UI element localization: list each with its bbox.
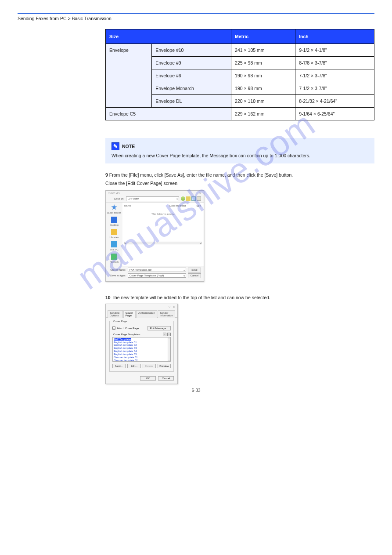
column-headers[interactable]: Name Date modified Type	[124, 203, 202, 208]
breadcrumb: Sending Faxes from PC > Basic Transmissi…	[18, 16, 374, 21]
save-as-dialog: Save As × Save in: CPFolder Quick access…	[105, 190, 204, 282]
network-label: Network	[110, 261, 119, 263]
page-number: 6-33	[191, 388, 200, 393]
savein-label: Save in:	[108, 197, 124, 200]
move-down-icon[interactable]: ↓	[167, 333, 171, 336]
row-label: Envelope Monarch	[152, 82, 231, 95]
cancel-button[interactable]: Cancel	[158, 376, 174, 381]
row-label: Envelope DL	[152, 95, 231, 108]
row-inch: 9-1/64 × 6-25/64"	[295, 108, 374, 120]
new-folder-icon[interactable]	[191, 196, 196, 201]
tab-authentication[interactable]: Authentication	[136, 310, 157, 318]
step-9-number: 9 From the [File] menu, click [Save As],…	[105, 172, 374, 178]
edit-button[interactable]: Edit...	[127, 364, 140, 368]
move-up-icon[interactable]: ↑	[163, 333, 166, 336]
step-9-text: From the [File] menu, click [Save As], e…	[109, 172, 293, 178]
ok-button[interactable]: OK	[140, 376, 156, 381]
desktop-label: Desktop	[110, 224, 119, 226]
size-table: Size Metric Inch Envelope Envelope #10 2…	[105, 29, 374, 120]
list-item[interactable]: English template 02	[114, 344, 137, 346]
group-envelope: Envelope	[106, 44, 152, 108]
row-metric: 225 × 98 mm	[231, 57, 295, 69]
attach-label: Attach Cover Page	[117, 327, 139, 330]
row-inch: 9-1/2 × 4-1/8"	[295, 44, 374, 57]
objectname-input[interactable]: FAX Templates.cpf	[128, 268, 186, 272]
close-icon[interactable]: ×	[199, 192, 201, 195]
row-label: Envelope #10	[152, 44, 231, 57]
libraries-label: Libraries	[109, 236, 119, 239]
list-item[interactable]: English template 04	[114, 350, 137, 352]
dialog-title: Save As	[108, 192, 120, 195]
empty-state: This folder is empty.	[124, 213, 202, 215]
delete-button[interactable]: Delete	[143, 364, 156, 368]
desktop-icon[interactable]	[111, 217, 117, 223]
row-inch: 7-1/2 × 3-7/8"	[295, 69, 374, 82]
row-label: Envelope #6	[152, 69, 231, 82]
preview-button[interactable]: Preview	[158, 364, 171, 368]
list-item[interactable]: German template 01	[114, 356, 138, 359]
note-icon: ✎	[111, 142, 119, 150]
templates-label: Cover Page Templates:	[113, 333, 140, 336]
step-10-text: The new template will be added to the to…	[111, 295, 270, 300]
this-pc-icon[interactable]	[111, 241, 117, 247]
row-metric: 220 × 110 mm	[231, 95, 295, 108]
col-type[interactable]: Type	[186, 204, 202, 207]
list-item[interactable]: German template 02	[114, 359, 138, 362]
row-inch: 7-1/2 × 3-7/8"	[295, 82, 374, 95]
note-box: ✎ NOTE When creating a new Cover Page te…	[105, 138, 374, 163]
close-icon[interactable]: ×	[173, 305, 175, 308]
row-metric: 229 × 162 mm	[231, 108, 295, 120]
quick-access-icon[interactable]	[111, 204, 117, 210]
saveastype-combo[interactable]: Cover Page Templates (*.cpf)	[128, 273, 186, 278]
tab-sending-options[interactable]: Sending Options	[108, 310, 123, 318]
coverpage-legend: Cover Page	[112, 320, 128, 323]
tab-sender-information[interactable]: Sender Information	[158, 310, 175, 318]
tab-cover-page[interactable]: Cover Page	[123, 310, 136, 318]
list-item[interactable]: English template 03	[114, 347, 137, 349]
new-button[interactable]: New...	[112, 364, 126, 368]
row-inch: 8-21/32 × 4-21/64"	[295, 95, 374, 108]
list-item[interactable]: English template 01	[114, 341, 137, 344]
step-9-text2: Close the [Edit Cover Page] screen.	[105, 180, 374, 187]
this-pc-label: This PC	[110, 248, 119, 251]
row-metric: 241 × 105 mm	[231, 44, 295, 57]
saveastype-label: Save as type:	[108, 274, 126, 277]
view-menu-icon[interactable]	[197, 196, 201, 201]
objectname-label: Object name:	[108, 268, 126, 271]
libraries-icon[interactable]	[111, 229, 117, 235]
up-folder-icon[interactable]	[186, 196, 191, 201]
network-icon[interactable]	[111, 254, 117, 260]
cancel-button[interactable]: Cancel	[188, 273, 201, 278]
note-body: When creating a new Cover Page template,…	[111, 153, 368, 158]
row-label: Envelope #9	[152, 57, 231, 69]
th-metric: Metric	[231, 29, 295, 44]
tab-bar: Sending Options Cover Page Authenticatio…	[106, 310, 177, 318]
savein-combo[interactable]: CPFolder	[126, 196, 179, 201]
templates-listbox[interactable]: FAX Templates English template 01 Englis…	[112, 337, 171, 362]
row-label: Envelope C5	[106, 108, 231, 120]
col-name[interactable]: Name	[124, 204, 155, 207]
list-item-selected[interactable]: FAX Templates	[114, 338, 131, 341]
top-rule	[18, 13, 374, 14]
col-date[interactable]: Date modified	[155, 204, 186, 207]
save-button[interactable]: Save	[188, 268, 201, 272]
row-inch: 8-7/8 × 3-7/8"	[295, 57, 374, 69]
attach-coverpage-checkbox[interactable]: ✓ Attach Cover Page	[112, 326, 139, 330]
note-title: NOTE	[122, 144, 135, 149]
back-icon[interactable]	[181, 196, 185, 201]
step-10-number: 10 The new template will be added to the…	[105, 295, 374, 300]
list-item[interactable]: English template 05	[114, 353, 137, 355]
th-size: Size	[106, 29, 231, 44]
edit-message-button[interactable]: Edit Message...	[147, 326, 171, 330]
quick-access-label: Quick access	[107, 211, 122, 214]
help-icon[interactable]: ?	[169, 305, 170, 308]
places-bar: Quick access Desktop Libraries This PC N…	[106, 203, 122, 266]
row-metric: 190 × 98 mm	[231, 69, 295, 82]
th-inch: Inch	[295, 29, 374, 44]
transmit-settings-dialog: ? × Sending Options Cover Page Authentic…	[105, 304, 178, 384]
h-scrollbar[interactable]	[124, 242, 202, 244]
v-scrollbar[interactable]	[168, 337, 170, 361]
row-metric: 190 × 98 mm	[231, 82, 295, 95]
